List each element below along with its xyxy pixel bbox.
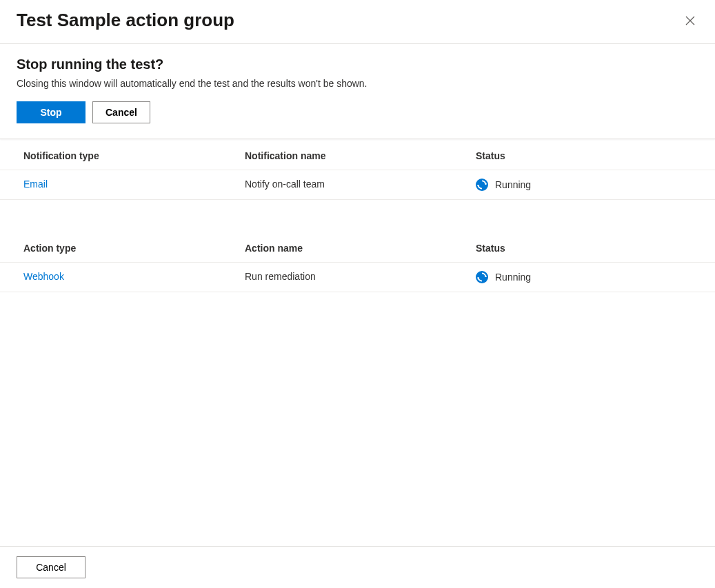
notifications-table: Notification type Notification name Stat… — [0, 142, 715, 200]
page-title: Test Sample action group — [17, 10, 234, 31]
panel-header: Test Sample action group — [0, 0, 715, 43]
close-icon — [685, 15, 696, 26]
status-text: Running — [495, 272, 531, 283]
running-icon — [476, 179, 488, 191]
column-header-name: Notification name — [238, 150, 469, 161]
action-type-link[interactable]: Webhook — [23, 271, 64, 282]
running-icon — [476, 271, 488, 283]
actions-table: Action type Action name Status Webhook R… — [0, 234, 715, 292]
column-header-type: Notification type — [0, 150, 238, 161]
status-cell: Running — [476, 179, 708, 191]
column-header-status: Status — [469, 150, 715, 161]
action-name: Run remediation — [238, 271, 469, 283]
notification-name: Notify on-call team — [238, 179, 469, 191]
tables-area: Notification type Notification name Stat… — [0, 142, 715, 292]
status-text: Running — [495, 179, 531, 190]
status-cell: Running — [476, 271, 708, 283]
footer-cancel-button[interactable]: Cancel — [17, 556, 85, 578]
table-spacer — [0, 200, 715, 232]
column-header-name: Action name — [238, 243, 469, 254]
confirm-button-row: Stop Cancel — [17, 101, 698, 123]
stop-button[interactable]: Stop — [17, 101, 85, 123]
confirm-panel: Stop running the test? Closing this wind… — [0, 44, 715, 139]
cancel-button[interactable]: Cancel — [92, 101, 150, 123]
column-header-type: Action type — [0, 243, 238, 254]
table-row: Webhook Run remediation Running — [0, 263, 715, 292]
confirm-description: Closing this window will automatically e… — [17, 78, 698, 89]
confirm-title: Stop running the test? — [17, 57, 698, 72]
table-row: Email Notify on-call team Running — [0, 170, 715, 200]
notification-type-link[interactable]: Email — [23, 179, 48, 190]
column-header-status: Status — [469, 243, 715, 254]
table-header-row: Action type Action name Status — [0, 234, 715, 263]
table-header-row: Notification type Notification name Stat… — [0, 142, 715, 170]
close-button[interactable] — [682, 12, 698, 29]
panel-footer: Cancel — [0, 546, 715, 588]
